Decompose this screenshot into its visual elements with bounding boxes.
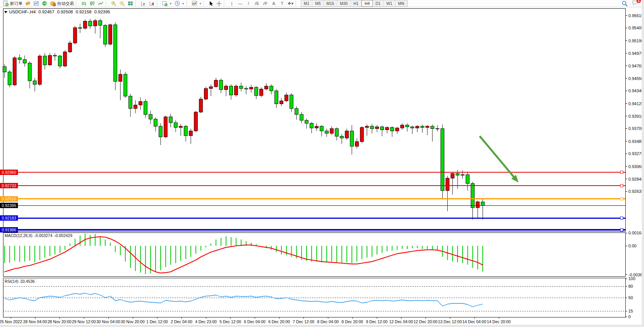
time-label: 14 Dec 04:00 <box>463 319 486 324</box>
axis-label: 0.92845 <box>628 177 644 181</box>
axis-label: 0.95190 <box>628 38 644 43</box>
line-handle[interactable] <box>620 171 623 174</box>
line-handle[interactable] <box>620 228 623 231</box>
time-label: 4 Dec 23:00 <box>195 319 217 324</box>
macd-label: MACD(12,26,9)-0.003274-0.002429 <box>5 233 74 238</box>
ohlc-low: 0.92158 <box>75 10 92 14</box>
axis-label: 0.94765 <box>628 64 644 68</box>
axis-label: 100 <box>628 276 635 281</box>
chart-title: USDCHF-,H4 0.92457 0.92508 0.92158 0.923… <box>9 10 112 14</box>
current-price-badge: 0.92395 <box>0 203 18 208</box>
time-label: 1 Dec 12:00 <box>146 319 168 324</box>
axis-label: 0.93275 <box>628 151 644 156</box>
price-badge-0.91986: 0.91986 <box>0 227 18 232</box>
axis-label: 0.93910 <box>628 114 644 119</box>
line-handle[interactable] <box>620 197 623 200</box>
axis-label: 0.95615 <box>628 13 644 18</box>
axis-label: 0.95405 <box>628 26 644 30</box>
price-badge-0.92183: 0.92183 <box>0 215 18 221</box>
mt4-window: 新订单 自动交易 <box>0 0 644 327</box>
symbol-period: USDCHF-,H4 <box>9 10 36 14</box>
time-label: 30 Nov 04:00 <box>96 319 120 324</box>
axis-label: 0.93700 <box>628 126 644 131</box>
ohlc-close: 0.92395 <box>94 10 110 14</box>
time-label: 5 Dec 12:00 <box>220 319 241 324</box>
axis-label: 0 <box>628 314 631 319</box>
ohlc-open: 0.92457 <box>39 10 55 14</box>
price-badge-0.92960: 0.92960 <box>0 170 18 175</box>
axis-label: 0.92635 <box>628 189 644 194</box>
time-label: 6 Dec 20:00 <box>268 319 290 324</box>
axis-label: 0.94125 <box>628 101 644 106</box>
time-label: 8 Dec 04:00 <box>317 319 339 324</box>
time-label: 13 Dec 12:00 <box>438 319 462 324</box>
axis-label: 0.94340 <box>628 88 644 93</box>
time-label: 29 Nov 12:00 <box>72 319 96 324</box>
axis-label: 50 <box>628 295 633 300</box>
time-label: 28 Nov 04:00 <box>23 319 47 324</box>
axis-label: 0.94550 <box>628 76 644 81</box>
chart-canvas[interactable] <box>0 0 644 327</box>
axis-label: 15 <box>628 309 633 313</box>
time-label: 6 Dec 04:00 <box>244 319 266 324</box>
price-badge-0.92510: 0.92510 <box>0 196 18 202</box>
line-handle[interactable] <box>620 217 623 220</box>
time-label: 28 Nov 20:00 <box>48 319 71 324</box>
window-edge-bottom <box>0 325 644 327</box>
axis-label: 0.93485 <box>628 139 644 144</box>
time-label: 7 Dec 12:00 <box>293 319 315 324</box>
ohlc-high: 0.92508 <box>57 10 73 14</box>
axis-label: 80 <box>628 284 633 289</box>
time-label: 12 Dec 04:00 <box>389 319 413 324</box>
rsi-label: RSI(14)33.4536 <box>5 279 37 284</box>
window-edge-right <box>642 0 644 327</box>
time-label: 25 Nov 2022 <box>0 319 22 324</box>
price-badge-0.92732: 0.92732 <box>0 183 18 188</box>
axis-label: 0.94975 <box>628 51 644 56</box>
line-handle[interactable] <box>620 184 623 187</box>
time-label: 8 Dec 20:00 <box>342 319 363 324</box>
time-label: 12 Dec 20:00 <box>414 319 437 324</box>
time-label: 14 Dec 20:00 <box>487 319 511 324</box>
collapse-chart-icon[interactable] <box>4 11 7 13</box>
axis-label: 0.00 <box>628 244 636 248</box>
time-label: 30 Nov 20:00 <box>121 319 145 324</box>
time-label: 2 Dec 04:00 <box>171 319 193 324</box>
axis-label: 0.93060 <box>628 164 644 169</box>
time-label: 9 Dec 12:00 <box>366 319 388 324</box>
